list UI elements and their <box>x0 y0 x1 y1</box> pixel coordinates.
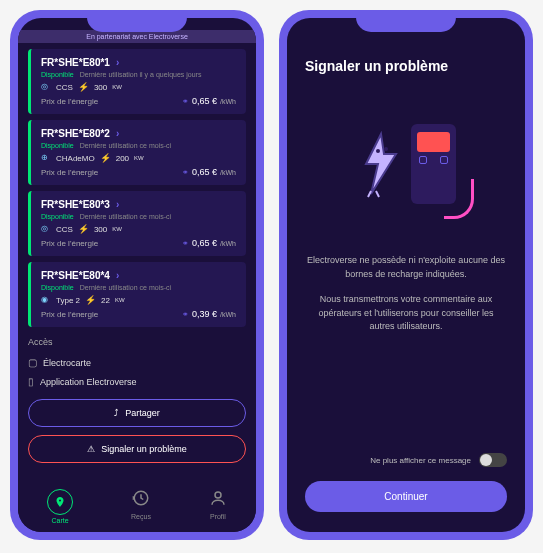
map-pin-icon <box>47 489 73 515</box>
nav-receipts[interactable]: Reçus <box>131 489 151 524</box>
connector-type: CHAdeMO <box>56 154 95 163</box>
connector-icon: ⊕ <box>41 153 51 163</box>
charger-id: FR*SHE*E80*2 <box>41 128 110 139</box>
power-unit: KW <box>115 297 125 303</box>
svg-line-4 <box>368 191 371 197</box>
share-icon: ⤴ <box>114 408 119 418</box>
connector-icon: ◎ <box>41 82 51 92</box>
connector-icon: ◉ <box>41 295 51 305</box>
price-unit: /kWh <box>220 169 236 176</box>
share-label: Partager <box>125 408 160 418</box>
nav-label: Profil <box>210 513 226 520</box>
price-amount: 0,65 € <box>192 238 217 248</box>
share-button[interactable]: ⤴ Partager <box>28 399 246 427</box>
power-unit: KW <box>112 226 122 232</box>
nav-profile[interactable]: Profil <box>209 489 227 524</box>
modal-text-2: Nous transmettrons votre commentaire aux… <box>305 293 507 334</box>
bolt-icon: ⚡ <box>78 82 89 92</box>
report-button[interactable]: ⚠ Signaler un problème <box>28 435 246 463</box>
connector-type: Type 2 <box>56 296 80 305</box>
bolt-character-icon <box>356 129 406 199</box>
dont-show-toggle[interactable] <box>479 453 507 467</box>
charger-card[interactable]: FR*SHE*E80*3 › Disponible Dernière utili… <box>28 191 246 256</box>
nav-map[interactable]: Carte <box>47 489 73 524</box>
access-item-card: ▢ Électrocarte <box>28 353 246 372</box>
continue-button[interactable]: Continuer <box>305 481 507 512</box>
svg-line-5 <box>376 191 379 197</box>
charger-card[interactable]: FR*SHE*E80*1 › Disponible Dernière utili… <box>28 49 246 114</box>
power-unit: KW <box>134 155 144 161</box>
phone-icon: ▯ <box>28 376 34 387</box>
svg-point-1 <box>215 492 221 498</box>
chevron-right-icon: › <box>116 199 119 210</box>
charger-id: FR*SHE*E80*1 <box>41 57 110 68</box>
power-value: 300 <box>94 225 107 234</box>
status-badge: Disponible <box>41 284 74 291</box>
connector-icon: ◎ <box>41 224 51 234</box>
charger-id: FR*SHE*E80*4 <box>41 270 110 281</box>
bolt-icon: ⚡ <box>85 295 96 305</box>
access-section-title: Accès <box>28 337 246 347</box>
charger-list: FR*SHE*E80*1 › Disponible Dernière utili… <box>18 43 256 479</box>
price-unit: /kWh <box>220 240 236 247</box>
charger-id: FR*SHE*E80*3 <box>41 199 110 210</box>
connector-type: CCS <box>56 225 73 234</box>
cable-icon <box>444 179 474 219</box>
status-badge: Disponible <box>41 71 74 78</box>
access-label: Électrocarte <box>43 358 91 368</box>
modal-title: Signaler un problème <box>305 58 507 74</box>
status-badge: Disponible <box>41 142 74 149</box>
price-unit: /kWh <box>220 311 236 318</box>
price-label: Prix de l'énergie <box>41 97 98 106</box>
power-value: 22 <box>101 296 110 305</box>
price-label: Prix de l'énergie <box>41 239 98 248</box>
status-badge: Disponible <box>41 213 74 220</box>
price-label: Prix de l'énergie <box>41 310 98 319</box>
modal-text-1: Electroverse ne possède ni n'exploite au… <box>305 254 507 281</box>
svg-point-2 <box>376 149 380 153</box>
last-usage: Dernière utilisation ce mois-ci <box>80 142 171 149</box>
chevron-right-icon: › <box>116 128 119 139</box>
chevron-right-icon: › <box>116 57 119 68</box>
last-usage: Dernière utilisation il y a quelques jou… <box>80 71 202 78</box>
card-icon: ▢ <box>28 357 37 368</box>
price-amount: 0,39 € <box>192 309 217 319</box>
price-unit: /kWh <box>220 98 236 105</box>
last-usage: Dernière utilisation ce mois-ci <box>80 284 171 291</box>
bolt-icon: ⚡ <box>78 224 89 234</box>
bottom-nav: Carte Reçus Profil <box>18 479 256 532</box>
charger-card[interactable]: FR*SHE*E80*2 › Disponible Dernière utili… <box>28 120 246 185</box>
price-label: Prix de l'énergie <box>41 168 98 177</box>
link-icon: ⚭ <box>182 168 189 177</box>
nav-label: Carte <box>51 517 68 524</box>
power-unit: KW <box>112 84 122 90</box>
price-amount: 0,65 € <box>192 167 217 177</box>
power-value: 300 <box>94 83 107 92</box>
connector-type: CCS <box>56 83 73 92</box>
last-usage: Dernière utilisation ce mois-ci <box>80 213 171 220</box>
power-value: 200 <box>116 154 129 163</box>
link-icon: ⚭ <box>182 239 189 248</box>
link-icon: ⚭ <box>182 310 189 319</box>
profile-icon <box>209 489 227 511</box>
access-label: Application Electroverse <box>40 377 137 387</box>
toggle-label: Ne plus afficher ce message <box>370 456 471 465</box>
report-label: Signaler un problème <box>101 444 187 454</box>
charger-card[interactable]: FR*SHE*E80*4 › Disponible Dernière utili… <box>28 262 246 327</box>
bolt-icon: ⚡ <box>100 153 111 163</box>
price-amount: 0,65 € <box>192 96 217 106</box>
chevron-right-icon: › <box>116 270 119 281</box>
history-icon <box>132 489 150 511</box>
svg-point-3 <box>384 147 388 151</box>
access-item-app: ▯ Application Electroverse <box>28 372 246 391</box>
illustration <box>305 94 507 244</box>
warning-icon: ⚠ <box>87 444 95 454</box>
nav-label: Reçus <box>131 513 151 520</box>
link-icon: ⚭ <box>182 97 189 106</box>
